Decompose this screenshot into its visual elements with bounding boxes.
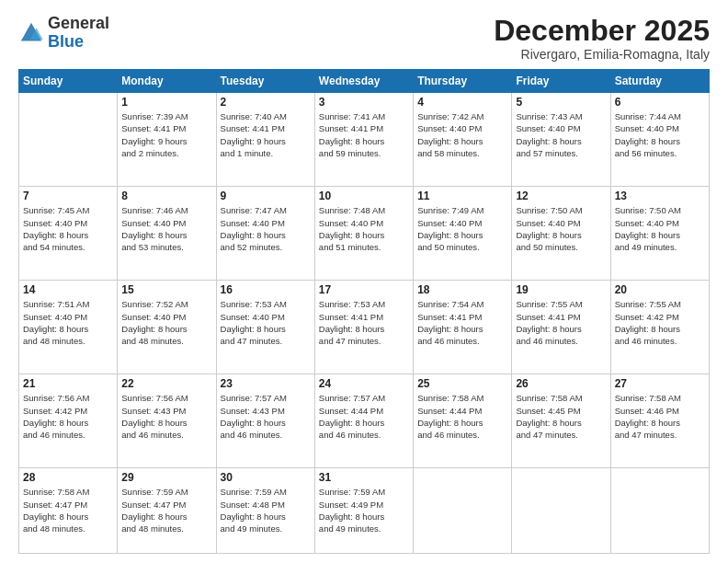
day-number: 1 [121, 96, 211, 109]
calendar-week-4: 21Sunrise: 7:56 AM Sunset: 4:42 PM Dayli… [19, 374, 710, 468]
calendar-week-2: 7Sunrise: 7:45 AM Sunset: 4:40 PM Daylig… [19, 187, 710, 281]
day-number: 16 [221, 283, 311, 296]
day-info: Sunrise: 7:41 AM Sunset: 4:41 PM Dayligh… [319, 110, 409, 159]
day-number: 24 [319, 377, 409, 390]
calendar-week-1: 1Sunrise: 7:39 AM Sunset: 4:41 PM Daylig… [19, 93, 710, 187]
day-info: Sunrise: 7:55 AM Sunset: 4:41 PM Dayligh… [516, 298, 606, 347]
day-info: Sunrise: 7:57 AM Sunset: 4:44 PM Dayligh… [319, 392, 409, 441]
day-number: 26 [516, 377, 606, 390]
calendar-cell: 18Sunrise: 7:54 AM Sunset: 4:41 PM Dayli… [414, 281, 512, 374]
col-saturday: Saturday [610, 70, 709, 93]
col-thursday: Thursday [414, 70, 512, 93]
day-info: Sunrise: 7:50 AM Sunset: 4:40 PM Dayligh… [516, 204, 606, 253]
calendar-cell [414, 468, 512, 554]
page: General Blue December 2025 Rivergaro, Em… [0, 0, 728, 563]
calendar-cell: 21Sunrise: 7:56 AM Sunset: 4:42 PM Dayli… [19, 374, 118, 468]
day-number: 22 [121, 377, 211, 390]
calendar-cell: 10Sunrise: 7:48 AM Sunset: 4:40 PM Dayli… [314, 187, 413, 281]
day-number: 25 [417, 377, 507, 390]
day-info: Sunrise: 7:51 AM Sunset: 4:40 PM Dayligh… [23, 298, 113, 347]
col-monday: Monday [118, 70, 216, 93]
calendar-body: 1Sunrise: 7:39 AM Sunset: 4:41 PM Daylig… [19, 93, 710, 554]
calendar-cell [512, 468, 610, 554]
day-info: Sunrise: 7:58 AM Sunset: 4:46 PM Dayligh… [615, 392, 705, 441]
logo-blue-text: Blue [48, 32, 84, 51]
calendar-cell: 20Sunrise: 7:55 AM Sunset: 4:42 PM Dayli… [610, 281, 709, 374]
day-info: Sunrise: 7:55 AM Sunset: 4:42 PM Dayligh… [615, 298, 705, 347]
day-number: 13 [615, 190, 705, 202]
calendar-cell: 9Sunrise: 7:47 AM Sunset: 4:40 PM Daylig… [216, 187, 314, 281]
calendar-cell: 15Sunrise: 7:52 AM Sunset: 4:40 PM Dayli… [118, 281, 216, 374]
day-number: 10 [319, 190, 409, 202]
day-number: 5 [516, 96, 606, 109]
day-number: 4 [417, 96, 507, 109]
day-info: Sunrise: 7:47 AM Sunset: 4:40 PM Dayligh… [221, 204, 311, 253]
calendar-week-3: 14Sunrise: 7:51 AM Sunset: 4:40 PM Dayli… [19, 281, 710, 374]
calendar-cell: 27Sunrise: 7:58 AM Sunset: 4:46 PM Dayli… [610, 374, 709, 468]
day-info: Sunrise: 7:52 AM Sunset: 4:40 PM Dayligh… [121, 298, 211, 347]
day-number: 8 [121, 190, 211, 202]
day-info: Sunrise: 7:59 AM Sunset: 4:48 PM Dayligh… [221, 486, 311, 534]
day-info: Sunrise: 7:40 AM Sunset: 4:41 PM Dayligh… [221, 110, 311, 159]
day-info: Sunrise: 7:43 AM Sunset: 4:40 PM Dayligh… [516, 110, 606, 159]
calendar-cell: 1Sunrise: 7:39 AM Sunset: 4:41 PM Daylig… [118, 93, 216, 187]
day-info: Sunrise: 7:58 AM Sunset: 4:44 PM Dayligh… [417, 392, 507, 441]
day-info: Sunrise: 7:57 AM Sunset: 4:43 PM Dayligh… [221, 392, 311, 441]
calendar-cell: 12Sunrise: 7:50 AM Sunset: 4:40 PM Dayli… [512, 187, 610, 281]
calendar-cell: 17Sunrise: 7:53 AM Sunset: 4:41 PM Dayli… [314, 281, 413, 374]
day-info: Sunrise: 7:42 AM Sunset: 4:40 PM Dayligh… [417, 110, 507, 159]
day-info: Sunrise: 7:53 AM Sunset: 4:40 PM Dayligh… [221, 298, 311, 347]
day-info: Sunrise: 7:54 AM Sunset: 4:41 PM Dayligh… [417, 298, 507, 347]
calendar-cell: 5Sunrise: 7:43 AM Sunset: 4:40 PM Daylig… [512, 93, 610, 187]
day-info: Sunrise: 7:48 AM Sunset: 4:40 PM Dayligh… [319, 204, 409, 253]
calendar-cell: 23Sunrise: 7:57 AM Sunset: 4:43 PM Dayli… [216, 374, 314, 468]
logo: General Blue [18, 15, 109, 52]
day-number: 28 [23, 471, 113, 484]
calendar-cell: 19Sunrise: 7:55 AM Sunset: 4:41 PM Dayli… [512, 281, 610, 374]
day-number: 2 [221, 96, 311, 109]
calendar-cell: 11Sunrise: 7:49 AM Sunset: 4:40 PM Dayli… [414, 187, 512, 281]
calendar-cell: 7Sunrise: 7:45 AM Sunset: 4:40 PM Daylig… [19, 187, 118, 281]
logo-icon [18, 20, 44, 46]
day-info: Sunrise: 7:46 AM Sunset: 4:40 PM Dayligh… [121, 204, 211, 253]
day-info: Sunrise: 7:56 AM Sunset: 4:42 PM Dayligh… [23, 392, 113, 441]
col-friday: Friday [512, 70, 610, 93]
day-number: 9 [221, 190, 311, 202]
calendar-cell: 31Sunrise: 7:59 AM Sunset: 4:49 PM Dayli… [314, 468, 413, 554]
calendar-cell: 22Sunrise: 7:56 AM Sunset: 4:43 PM Dayli… [118, 374, 216, 468]
day-number: 12 [516, 190, 606, 202]
day-number: 30 [221, 471, 311, 484]
day-number: 18 [417, 283, 507, 296]
calendar-cell: 13Sunrise: 7:50 AM Sunset: 4:40 PM Dayli… [610, 187, 709, 281]
header-row: Sunday Monday Tuesday Wednesday Thursday… [19, 70, 710, 93]
day-info: Sunrise: 7:59 AM Sunset: 4:49 PM Dayligh… [319, 486, 409, 534]
calendar-cell: 26Sunrise: 7:58 AM Sunset: 4:45 PM Dayli… [512, 374, 610, 468]
day-number: 14 [23, 283, 113, 296]
col-wednesday: Wednesday [314, 70, 413, 93]
calendar-cell [19, 93, 118, 187]
day-info: Sunrise: 7:59 AM Sunset: 4:47 PM Dayligh… [121, 486, 211, 534]
day-info: Sunrise: 7:45 AM Sunset: 4:40 PM Dayligh… [23, 204, 113, 253]
calendar-table: Sunday Monday Tuesday Wednesday Thursday… [18, 69, 710, 554]
day-number: 15 [121, 283, 211, 296]
day-number: 17 [319, 283, 409, 296]
calendar-cell: 29Sunrise: 7:59 AM Sunset: 4:47 PM Dayli… [118, 468, 216, 554]
day-number: 6 [615, 96, 705, 109]
day-number: 20 [615, 283, 705, 296]
header: General Blue December 2025 Rivergaro, Em… [18, 15, 710, 62]
day-info: Sunrise: 7:44 AM Sunset: 4:40 PM Dayligh… [615, 110, 705, 159]
col-sunday: Sunday [19, 70, 118, 93]
calendar-cell: 4Sunrise: 7:42 AM Sunset: 4:40 PM Daylig… [414, 93, 512, 187]
month-title: December 2025 [494, 15, 710, 47]
day-info: Sunrise: 7:49 AM Sunset: 4:40 PM Dayligh… [417, 204, 507, 253]
calendar-cell: 30Sunrise: 7:59 AM Sunset: 4:48 PM Dayli… [216, 468, 314, 554]
col-tuesday: Tuesday [216, 70, 314, 93]
day-info: Sunrise: 7:58 AM Sunset: 4:47 PM Dayligh… [23, 486, 113, 534]
day-number: 31 [319, 471, 409, 484]
calendar-cell [610, 468, 709, 554]
calendar-cell: 8Sunrise: 7:46 AM Sunset: 4:40 PM Daylig… [118, 187, 216, 281]
day-number: 19 [516, 283, 606, 296]
calendar-cell: 24Sunrise: 7:57 AM Sunset: 4:44 PM Dayli… [314, 374, 413, 468]
calendar-cell: 28Sunrise: 7:58 AM Sunset: 4:47 PM Dayli… [19, 468, 118, 554]
day-info: Sunrise: 7:56 AM Sunset: 4:43 PM Dayligh… [121, 392, 211, 441]
